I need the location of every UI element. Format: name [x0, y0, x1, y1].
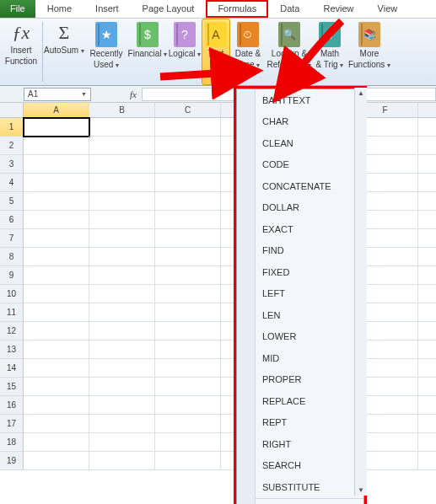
cell[interactable] [155, 452, 221, 470]
column-header[interactable]: C [155, 103, 221, 118]
cell[interactable] [24, 340, 89, 359]
cell[interactable] [24, 211, 89, 229]
cell[interactable] [418, 396, 436, 415]
menu-item-insert-function[interactable]: ƒxInsert Function... [237, 499, 363, 505]
cell[interactable] [418, 303, 436, 322]
menu-item-left[interactable]: LEFT [256, 283, 363, 305]
cell[interactable] [24, 174, 89, 192]
cell[interactable] [89, 118, 155, 137]
cell[interactable] [89, 322, 155, 340]
cell[interactable] [89, 211, 155, 229]
cell[interactable] [24, 433, 89, 452]
cell[interactable] [24, 137, 89, 155]
cell[interactable] [155, 433, 221, 452]
tab-data[interactable]: Data [268, 0, 311, 18]
cell[interactable] [418, 174, 436, 192]
cell[interactable] [24, 118, 89, 137]
insert-function-button[interactable]: ƒx Insert Function [0, 19, 42, 85]
row-header[interactable]: 16 [0, 396, 24, 415]
cell[interactable] [418, 433, 436, 452]
cell[interactable] [24, 266, 89, 285]
cell[interactable] [89, 396, 155, 415]
cell[interactable] [155, 303, 221, 322]
cell[interactable] [24, 285, 89, 303]
cell[interactable] [155, 415, 221, 433]
row-header[interactable]: 13 [0, 340, 24, 359]
column-header[interactable]: B [89, 103, 155, 118]
scroll-up-icon[interactable]: ▲ [358, 88, 364, 99]
cell[interactable] [89, 229, 155, 248]
cell[interactable] [24, 396, 89, 415]
tab-view[interactable]: View [366, 0, 410, 18]
lookup-reference-button[interactable]: 🔍 Lookup & Reference ▾ [266, 19, 313, 85]
cell[interactable] [24, 303, 89, 322]
menu-item-dollar[interactable]: DOLLAR [256, 197, 363, 219]
cell[interactable] [89, 433, 155, 452]
cell[interactable] [155, 155, 221, 174]
row-header[interactable]: 17 [0, 415, 24, 433]
menu-item-rept[interactable]: REPT [256, 412, 363, 434]
menu-item-exact[interactable]: EXACT [256, 218, 363, 240]
row-header[interactable]: 15 [0, 378, 24, 396]
autosum-button[interactable]: Σ AutoSum ▾ [43, 19, 85, 85]
tab-page-layout[interactable]: Page Layout [131, 0, 207, 18]
cell[interactable] [155, 396, 221, 415]
row-header[interactable]: 11 [0, 303, 24, 322]
cell[interactable] [89, 452, 155, 470]
menu-item-mid[interactable]: MID [256, 347, 363, 369]
cell[interactable] [155, 229, 221, 248]
row-header[interactable]: 8 [0, 248, 24, 266]
tab-formulas[interactable]: Formulas [206, 0, 268, 18]
select-all-corner[interactable] [0, 103, 24, 118]
cell[interactable] [89, 340, 155, 359]
cell[interactable] [418, 211, 436, 229]
cell[interactable] [418, 137, 436, 155]
cell[interactable] [418, 248, 436, 266]
row-header[interactable]: 12 [0, 322, 24, 340]
fx-icon[interactable]: fx [125, 89, 142, 99]
cell[interactable] [418, 340, 436, 359]
row-header[interactable]: 5 [0, 192, 24, 211]
row-header[interactable]: 14 [0, 359, 24, 378]
cell[interactable] [89, 285, 155, 303]
cell[interactable] [155, 285, 221, 303]
cell[interactable] [418, 155, 436, 174]
cell[interactable] [418, 285, 436, 303]
financial-button[interactable]: $ Financial ▾ [127, 19, 168, 85]
cell[interactable] [89, 137, 155, 155]
tab-file[interactable]: File [0, 0, 35, 18]
cell[interactable] [89, 174, 155, 192]
menu-item-proper[interactable]: PROPER [256, 369, 363, 391]
date-time-button[interactable]: ⏲ Date & Time ▾ [230, 19, 266, 85]
cell[interactable] [89, 378, 155, 396]
cell[interactable] [24, 192, 89, 211]
cell[interactable] [418, 452, 436, 470]
cell[interactable] [155, 359, 221, 378]
row-header[interactable]: 4 [0, 174, 24, 192]
cell[interactable] [155, 174, 221, 192]
menu-item-find[interactable]: FIND [256, 240, 363, 262]
cell[interactable] [24, 359, 89, 378]
cell[interactable] [418, 359, 436, 378]
cell[interactable] [89, 155, 155, 174]
cell[interactable] [418, 118, 436, 137]
menu-item-lower[interactable]: LOWER [256, 326, 363, 348]
cell[interactable] [418, 192, 436, 211]
cell[interactable] [89, 415, 155, 433]
cell[interactable] [24, 155, 89, 174]
cell[interactable] [24, 248, 89, 266]
logical-button[interactable]: ? Logical ▾ [168, 19, 202, 85]
cell[interactable] [155, 192, 221, 211]
cell[interactable] [418, 378, 436, 396]
menu-item-bahttext[interactable]: BAHTTEXT [256, 89, 363, 111]
cell[interactable] [89, 192, 155, 211]
text-button[interactable]: A Text ▾ [202, 19, 230, 85]
menu-scrollbar[interactable]: ▲ ▼ [354, 88, 367, 496]
cell[interactable] [24, 229, 89, 248]
row-header[interactable]: 2 [0, 137, 24, 155]
cell[interactable] [418, 415, 436, 433]
tab-insert[interactable]: Insert [83, 0, 131, 18]
menu-item-clean[interactable]: CLEAN [256, 132, 363, 154]
cell[interactable] [155, 137, 221, 155]
tab-home[interactable]: Home [35, 0, 83, 18]
